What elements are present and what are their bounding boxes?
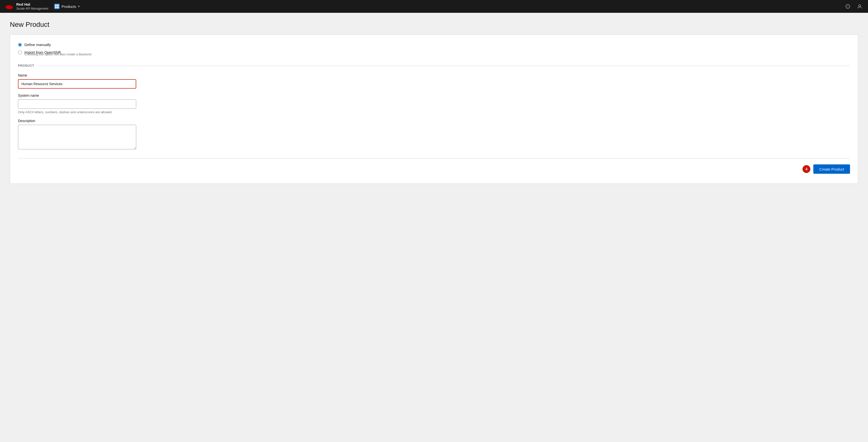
navbar-right: ? (844, 3, 863, 10)
import-openshift-radio[interactable] (18, 50, 22, 55)
define-manually-text: Define manually (24, 42, 51, 47)
svg-rect-2 (55, 5, 57, 6)
import-openshift-option: Import from OpenShift Choosing this opti… (18, 50, 850, 56)
system-name-label: System name (18, 94, 850, 98)
create-product-button[interactable]: Create Product (813, 164, 850, 174)
cube-icon (55, 4, 59, 8)
import-openshift-hint: Choosing this option will also create a … (24, 53, 850, 56)
help-icon[interactable]: ? (844, 3, 851, 10)
page-content: New Product Define manually Import from … (0, 13, 868, 192)
name-form-group: Name (18, 73, 850, 89)
name-label: Name (18, 73, 850, 77)
description-form-group: Description (18, 119, 850, 150)
system-name-hint: Only ASCII letters, numbers, dashes and … (18, 110, 850, 114)
form-actions: 4 Create Product (18, 164, 850, 174)
section-line (38, 66, 850, 66)
chevron-down-icon: ▾ (78, 5, 80, 8)
company-name: Red Hat (16, 2, 48, 7)
product-section-divider: PRODUCT (18, 64, 850, 67)
user-icon[interactable] (856, 3, 863, 10)
define-manually-radio[interactable] (18, 43, 22, 47)
define-manually-label[interactable]: Define manually (18, 42, 850, 47)
top-navbar: Red Hat 3scale API Management Products ▾ (0, 0, 868, 13)
brand-text: Red Hat 3scale API Management (16, 2, 48, 10)
products-nav-item[interactable]: Products ▾ (54, 4, 80, 9)
page-title: New Product (10, 21, 858, 29)
radio-group: Define manually Import from OpenShift Ch… (18, 42, 850, 56)
system-name-form-group: System name Only ASCII letters, numbers,… (18, 94, 850, 114)
product-section-label: PRODUCT (18, 64, 34, 67)
logo-svg (5, 2, 14, 11)
product-name: 3scale API Management (16, 7, 48, 11)
form-card: Define manually Import from OpenShift Ch… (10, 34, 858, 184)
svg-rect-5 (57, 7, 59, 8)
name-input[interactable] (18, 79, 136, 89)
notification-badge: 4 (803, 165, 810, 173)
system-name-input[interactable] (18, 99, 136, 109)
brand: Red Hat 3scale API Management (5, 2, 48, 11)
define-manually-option: Define manually (18, 42, 850, 47)
description-label: Description (18, 119, 850, 123)
description-textarea[interactable] (18, 125, 136, 149)
svg-point-8 (859, 5, 861, 7)
products-label: Products (62, 4, 76, 9)
form-bottom-divider (18, 158, 850, 159)
svg-point-1 (6, 6, 13, 9)
navbar-left: Red Hat 3scale API Management Products ▾ (5, 2, 80, 11)
svg-text:?: ? (847, 5, 848, 8)
products-nav-icon (54, 4, 60, 9)
redhat-logo (5, 2, 14, 11)
svg-rect-4 (55, 7, 57, 8)
svg-rect-3 (57, 5, 59, 6)
